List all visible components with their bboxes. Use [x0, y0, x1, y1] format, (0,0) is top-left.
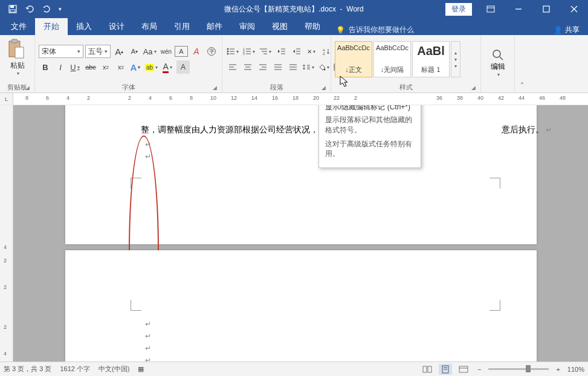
shading-button[interactable]: ▾ [318, 60, 331, 74]
align-justify[interactable] [271, 60, 285, 74]
tab-mailings[interactable]: 邮件 [198, 18, 231, 35]
tab-design[interactable]: 设计 [100, 18, 133, 35]
decrease-indent[interactable] [275, 45, 288, 58]
read-mode-button[interactable] [421, 364, 434, 375]
svg-point-58 [493, 50, 500, 57]
tab-review[interactable]: 审阅 [231, 18, 263, 35]
maximize-button[interactable] [532, 0, 560, 18]
paste-button[interactable]: 粘贴 ▾ [7, 36, 28, 76]
tab-layout[interactable]: 布局 [133, 18, 166, 35]
italic-button[interactable]: I [54, 60, 67, 74]
styles-launcher[interactable]: ◢ [470, 84, 477, 91]
group-styles: AaBbCcDc ↓正文 AaBbCcDc ↓无间隔 AaBl 标题 1 ▴▾▾… [331, 35, 481, 92]
svg-rect-61 [428, 366, 431, 372]
bulb-icon: 💡 [336, 26, 345, 34]
clear-formatting[interactable]: A [190, 45, 203, 58]
style-no-spacing[interactable]: AaBbCcDc ↓无间隔 [373, 41, 411, 77]
align-left[interactable] [226, 60, 239, 74]
align-center[interactable] [241, 60, 254, 74]
page[interactable]: 整，调整幅度由人力资源部根据公司经营状况，拟定调整 意后执行。 ↵ ↵ ↵ [65, 105, 537, 244]
zoom-in-button[interactable]: + [554, 366, 562, 373]
font-launcher[interactable]: ◢ [211, 84, 218, 91]
underline-button[interactable]: U▾ [69, 60, 82, 74]
char-border[interactable]: A [175, 46, 188, 57]
phonetic-guide[interactable]: wén [160, 45, 173, 58]
tab-file[interactable]: 文件 [2, 18, 35, 35]
collapse-ribbon[interactable]: ˄ [515, 35, 529, 92]
tell-me-search[interactable]: 💡 告诉我你想要做什么 [329, 25, 421, 35]
font-name-combo[interactable]: 宋体▾ [39, 45, 83, 58]
multilevel-button[interactable]: ▾ [259, 45, 273, 58]
tab-selector[interactable]: L [0, 93, 13, 105]
qat-customize[interactable]: ▾ [56, 1, 64, 17]
paragraph-launcher[interactable]: ◢ [320, 84, 327, 91]
tab-insert[interactable]: 插入 [68, 18, 100, 35]
align-left-icon [228, 63, 237, 71]
line-spacing[interactable]: ▾ [302, 60, 316, 74]
zoom-out-button[interactable]: − [475, 366, 483, 373]
login-button[interactable]: 登录 [445, 3, 472, 16]
svg-rect-4 [487, 6, 494, 12]
subscript-button[interactable]: x2 [99, 60, 112, 74]
horizontal-ruler[interactable]: 8642246810121416182022236384042444648 [13, 93, 588, 105]
group-font: 宋体▾ 五号▾ A▴ A▾ Aa▾ wén A A 字 B I U▾ abc x… [35, 35, 222, 92]
word-count[interactable]: 1612 个字 [60, 365, 90, 374]
indent-icon [292, 48, 301, 55]
minimize-button[interactable] [505, 0, 532, 18]
share-button[interactable]: 👤 共享 [545, 25, 588, 35]
style-heading1[interactable]: AaBl 标题 1 [412, 41, 450, 77]
close-button[interactable] [560, 0, 588, 18]
margin-corner [489, 178, 500, 189]
highlight-button[interactable]: ab▾ [144, 60, 160, 74]
superscript-button[interactable]: x2 [114, 60, 128, 74]
char-shading[interactable]: A [176, 60, 190, 74]
bucket-icon [318, 63, 326, 71]
strike-button[interactable]: abc [84, 60, 97, 74]
tab-view[interactable]: 视图 [263, 18, 296, 35]
justify-icon [274, 63, 282, 71]
tab-help[interactable]: 帮助 [296, 18, 329, 35]
font-size-combo[interactable]: 五号▾ [85, 45, 111, 58]
search-icon [491, 48, 505, 62]
paragraph-mark-icon: ↵ [145, 320, 151, 329]
page[interactable]: ↵ ↵ ↵ ↵ ↵ [65, 250, 537, 366]
vertical-ruler[interactable]: 42224 [0, 105, 13, 366]
clipboard-launcher[interactable]: ◢ [24, 84, 31, 91]
change-case[interactable]: Aa▾ [143, 45, 158, 58]
style-normal[interactable]: AaBbCcDc ↓正文 [335, 41, 372, 77]
margin-corner [131, 300, 141, 311]
text-effects[interactable]: A▾ [129, 60, 143, 74]
align-right[interactable] [256, 60, 270, 74]
tab-home[interactable]: 开始 [35, 18, 68, 35]
zoom-level[interactable]: 110% [567, 366, 584, 373]
web-layout-button[interactable] [457, 364, 470, 375]
redo-button[interactable] [39, 1, 54, 17]
bullets-button[interactable]: ▾ [226, 45, 241, 58]
find-button[interactable]: 编辑 ▾ [491, 44, 505, 77]
ribbon-display-options[interactable] [477, 0, 505, 18]
numbering-button[interactable]: 123▾ [242, 45, 257, 58]
document-scroll[interactable]: 整，调整幅度由人力资源部根据公司经营状况，拟定调整 意后执行。 ↵ ↵ ↵ ↵ … [13, 105, 588, 366]
print-layout-button[interactable] [439, 364, 452, 375]
svg-text:Z: Z [323, 52, 325, 55]
tab-references[interactable]: 引用 [166, 18, 198, 35]
svg-point-54 [324, 69, 326, 71]
increase-indent[interactable] [290, 45, 303, 58]
page-indicator[interactable]: 第 3 页，共 3 页 [4, 365, 51, 374]
save-button[interactable] [5, 1, 21, 17]
svg-rect-1 [10, 5, 14, 8]
shrink-font[interactable]: A▾ [128, 45, 141, 58]
enclose-chars[interactable]: 字 [205, 45, 218, 58]
tooltip-body: 这对于高级版式任务特别有用。 [325, 139, 415, 160]
distribute-icon [289, 63, 297, 71]
language-indicator[interactable]: 中文(中国) [99, 365, 129, 374]
zoom-slider[interactable] [488, 368, 549, 370]
asian-layout[interactable]: ✕▾ [305, 45, 318, 58]
undo-button[interactable] [22, 1, 37, 17]
macro-indicator[interactable]: ▦ [138, 365, 144, 373]
grow-font[interactable]: A▴ [112, 45, 126, 58]
font-color-button[interactable]: A▾ [161, 60, 175, 74]
bold-button[interactable]: B [39, 60, 52, 74]
align-distribute[interactable] [286, 60, 300, 74]
styles-more[interactable]: ▴▾▾ [451, 41, 460, 77]
